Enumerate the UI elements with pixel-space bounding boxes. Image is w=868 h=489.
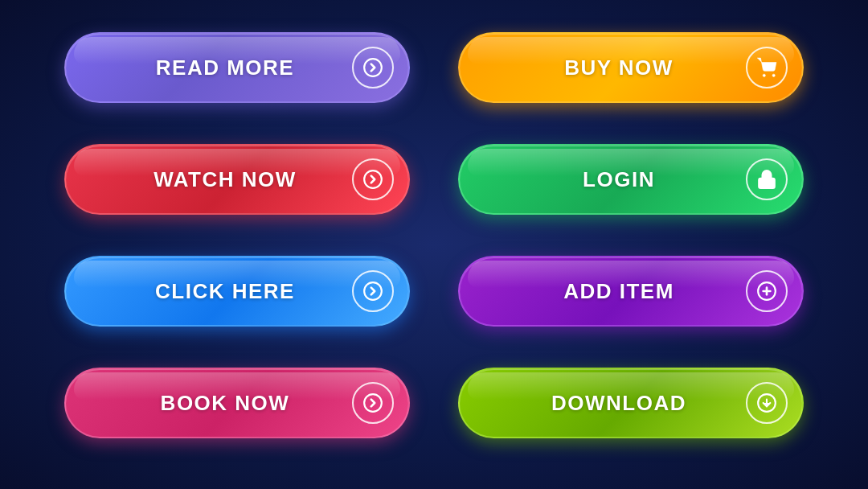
- add-item-label: ADD ITEM: [492, 279, 746, 304]
- chevron-right-icon-4: [352, 382, 394, 424]
- add-item-button[interactable]: ADD ITEM: [458, 256, 804, 327]
- download-button[interactable]: DOWNLOAD: [458, 368, 804, 438]
- cart-icon: [746, 47, 788, 88]
- svg-point-3: [364, 171, 382, 188]
- book-now-button[interactable]: BOOK NOW: [64, 368, 410, 438]
- button-grid: READ MORE BUY NOW WATCH NOW: [0, 0, 868, 489]
- chevron-right-icon-3: [352, 270, 394, 312]
- lock-icon: [746, 158, 788, 200]
- svg-point-0: [364, 59, 382, 76]
- login-label: LOGIN: [492, 167, 746, 192]
- watch-now-button[interactable]: WATCH NOW: [64, 144, 410, 215]
- read-more-button[interactable]: READ MORE: [64, 32, 410, 103]
- download-icon: [746, 382, 788, 424]
- click-here-label: CLICK HERE: [98, 279, 352, 304]
- svg-point-1: [763, 74, 765, 76]
- buy-now-label: BUY NOW: [492, 55, 746, 80]
- chevron-right-icon: [352, 47, 394, 88]
- plus-icon: [746, 270, 788, 312]
- svg-point-9: [364, 394, 382, 412]
- book-now-label: BOOK NOW: [98, 391, 352, 416]
- buy-now-button[interactable]: BUY NOW: [458, 32, 804, 103]
- svg-point-2: [772, 74, 775, 76]
- click-here-button[interactable]: CLICK HERE: [64, 256, 410, 327]
- login-button[interactable]: LOGIN: [458, 144, 804, 215]
- svg-rect-4: [759, 179, 775, 188]
- chevron-right-icon-2: [352, 158, 394, 200]
- svg-point-5: [364, 282, 382, 300]
- read-more-label: READ MORE: [98, 55, 352, 80]
- download-label: DOWNLOAD: [492, 391, 746, 416]
- watch-now-label: WATCH NOW: [98, 167, 352, 192]
